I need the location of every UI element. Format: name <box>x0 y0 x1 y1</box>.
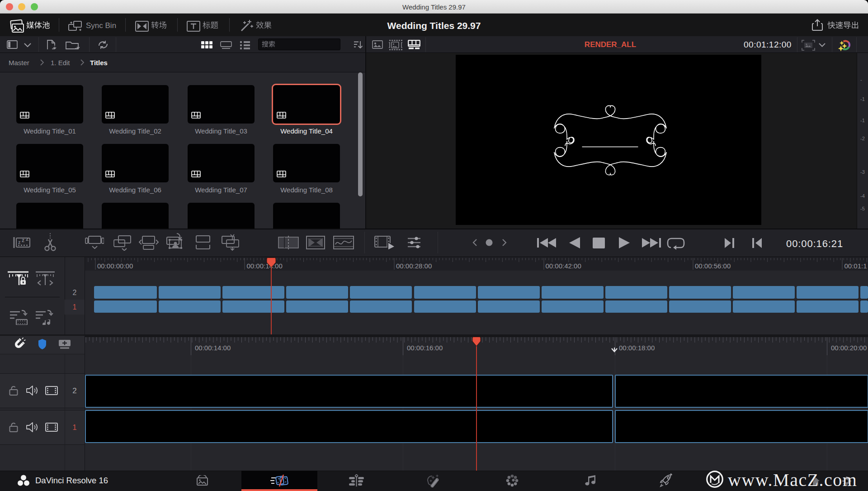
svg-text:z: z <box>22 237 24 243</box>
svg-text:z: z <box>26 235 29 242</box>
svg-text:z: z <box>18 239 21 245</box>
